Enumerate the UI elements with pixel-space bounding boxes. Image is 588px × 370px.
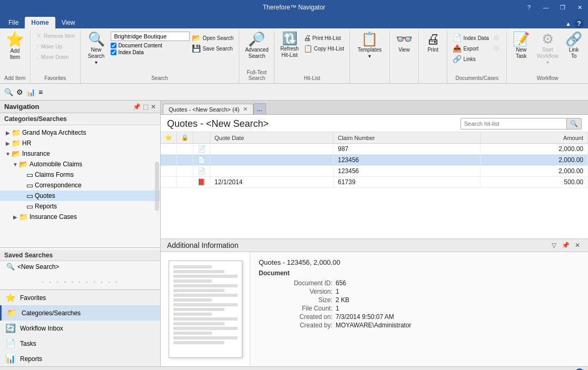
thumb-line-10 [173, 308, 225, 311]
search-tool-icon[interactable]: 🔍 [4, 88, 13, 96]
search-text-input[interactable] [111, 32, 190, 41]
menu-home[interactable]: Home [25, 17, 55, 28]
restore-button[interactable]: ❐ [554, 0, 571, 15]
tree-item-reports[interactable]: ▭ Reports [0, 201, 160, 212]
bottom-nav-workflow[interactable]: 🔄 Workflow Inbox [0, 321, 160, 336]
thumb-line-7 [173, 294, 238, 297]
tasks-nav-icon: 📄 [5, 338, 16, 348]
help-icon[interactable]: ? [574, 19, 584, 28]
templates-button[interactable]: 📋 Templates ▾ [353, 31, 386, 61]
info-status-icon[interactable]: ℹ [575, 368, 584, 371]
cell-star-2 [161, 155, 177, 166]
tree-label-grand-moya: Grand Moya Architects [22, 129, 86, 136]
hitlist-table[interactable]: ⭐ 🔒 Quote Date Claim Number Amount � [161, 132, 588, 238]
tasks-nav-label: Tasks [20, 340, 36, 347]
refresh-hitlist-button[interactable]: 🔃 RefreshHit-List [278, 31, 301, 60]
print-button[interactable]: 🖨 Print [422, 31, 444, 55]
doc-content-checkbox[interactable] [111, 43, 116, 48]
add-item-label: AddItem [10, 48, 20, 61]
additional-info-header: Additional Information ▽ 📌 ✕ [161, 239, 588, 252]
bottom-nav-tasks[interactable]: 📄 Tasks [0, 336, 160, 351]
menu-view[interactable]: View [55, 17, 82, 28]
bottom-nav-categories[interactable]: 📁 Categories/Searches [0, 305, 160, 321]
new-search-button[interactable]: 🔍 NewSearch ▾ [84, 31, 109, 67]
new-task-button[interactable]: 📝 NewTask [510, 31, 532, 61]
nav-close-btn[interactable]: ✕ [151, 103, 156, 111]
minimize-button[interactable]: — [537, 0, 554, 15]
tree-item-insurance-cases[interactable]: ▶ 📁 Insurance Cases [0, 212, 160, 222]
tree-scrollbar-thumb[interactable] [155, 162, 159, 211]
ribbon-collapse-btn[interactable]: ▲ [565, 21, 571, 27]
tree-item-claims-forms[interactable]: ▭ Claims Forms [0, 169, 160, 180]
hitlist-area: Quotes - <New Search> 🔍 ⭐ 🔒 Quote Date C [161, 115, 588, 238]
tree-item-hr[interactable]: ▶ 📁 HR [0, 138, 160, 148]
start-workflow-button[interactable]: ⚙ StartWorkflow ▾ [532, 31, 563, 67]
index-data-checkbox-row: Index Data [111, 49, 190, 56]
close-button[interactable]: ✕ [571, 0, 588, 15]
tab-quotes-search[interactable]: Quotes - <New Search> (4) ✕ [163, 104, 253, 114]
advanced-search-button[interactable]: 🔎 AdvancedSearch [242, 31, 271, 61]
help-button[interactable]: ? [521, 0, 537, 15]
move-up-button[interactable]: ↑ Move Up [34, 41, 77, 52]
view-button[interactable]: 👓 View [393, 31, 415, 55]
search-hitlist-container: 🔍 [460, 118, 582, 129]
move-down-button[interactable]: ↓ Move Down [34, 52, 77, 62]
search-hitlist-input[interactable] [461, 119, 566, 128]
nav-float-btn[interactable]: ⬚ [143, 103, 149, 111]
index-data-checkbox[interactable] [111, 49, 116, 55]
save-search-button[interactable]: 💾 Save Search [190, 43, 236, 54]
tree-item-automobile[interactable]: ▼ 📂 Automobile Claims [0, 159, 160, 169]
doc-action-1[interactable]: ⚙ [491, 33, 504, 43]
export-button[interactable]: 📤 Export [450, 43, 491, 54]
col-quote-date[interactable]: Quote Date [210, 132, 334, 144]
refresh-icon: 🔃 [282, 32, 298, 45]
fulltext-group-label: Full-Text Search [239, 68, 274, 82]
results-table: ⭐ 🔒 Quote Date Claim Number Amount � [161, 132, 588, 188]
table-row[interactable]: 📕 12/1/2014 61739 500.00 [161, 177, 588, 188]
links-button[interactable]: 🔗 Links [450, 54, 491, 64]
search-hitlist-button[interactable]: 🔍 [566, 118, 581, 129]
link-to-button[interactable]: 🔗 LinkTo [563, 31, 585, 61]
save-search-icon: 💾 [192, 44, 201, 53]
col-claim-number[interactable]: Claim Number [334, 132, 481, 144]
nav-pin-btn[interactable]: 📌 [133, 103, 141, 111]
cell-lock-1 [177, 144, 193, 155]
info-down-btn[interactable]: ▽ [550, 242, 558, 249]
menu-file[interactable]: File [2, 17, 25, 28]
tool-icon-3[interactable]: 📊 [26, 88, 35, 96]
col-amount[interactable]: Amount [481, 132, 588, 144]
copy-hitlist-button[interactable]: 📋 Copy Hit-List [301, 43, 346, 54]
tool-icon-2[interactable]: ⚙ [16, 88, 23, 96]
table-row[interactable]: 📄 987 2,000.00 [161, 144, 588, 155]
refresh-hitlist-label: RefreshHit-List [280, 46, 299, 58]
tab-more-button[interactable]: ... [253, 103, 266, 114]
thumb-line-8 [173, 298, 212, 302]
workflow-nav-label: Workflow Inbox [20, 325, 63, 332]
doc-content-label: Document Content [118, 43, 162, 48]
info-pin-btn[interactable]: 📌 [560, 242, 571, 249]
tree-item-correspondence[interactable]: ▭ Correspondence [0, 180, 160, 191]
tab-close-quotes[interactable]: ✕ [243, 106, 248, 113]
tree-label-insurance: Insurance [22, 150, 50, 157]
open-search-button[interactable]: 📂 Open Search [190, 33, 236, 43]
info-close-btn[interactable]: ✕ [573, 242, 582, 249]
tree-item-grand-moya[interactable]: ▶ 📁 Grand Moya Architects [0, 127, 160, 138]
bottom-nav-reports[interactable]: 📊 Reports [0, 351, 160, 366]
doc-action-2[interactable]: ⚙ [491, 43, 504, 54]
bottom-nav-favorites[interactable]: ⭐ Favorites [0, 290, 160, 305]
remove-item-icon: ✕ [36, 32, 42, 40]
tree-item-quotes[interactable]: ▭ Quotes [0, 191, 160, 201]
remove-item-button[interactable]: ✕ Remove Item [34, 31, 77, 41]
tree-section[interactable]: ▶ 📁 Grand Moya Architects ▶ 📁 HR ▼ 📂 Ins… [0, 125, 160, 247]
tool-icon-4[interactable]: ≡ [38, 88, 43, 96]
cell-claim-2: 123456 [334, 155, 481, 166]
cell-claim-3: 123456 [334, 166, 481, 177]
table-row[interactable]: 📄 123456 2,000.00 [161, 155, 588, 166]
index-data-button[interactable]: 📄 Index Data [450, 33, 491, 43]
table-row[interactable]: 📄 123456 2,000.00 [161, 166, 588, 177]
add-item-button[interactable]: ⭐ AddItem [3, 31, 27, 62]
print-hitlist-button[interactable]: 🖨 Print Hit-List [301, 33, 346, 43]
saved-search-item-new[interactable]: 🔍 <New Search> [0, 261, 160, 272]
tree-item-insurance[interactable]: ▼ 📂 Insurance [0, 148, 160, 159]
ribbon-group-fulltext: 🔎 AdvancedSearch Full-Text Search [239, 31, 275, 83]
